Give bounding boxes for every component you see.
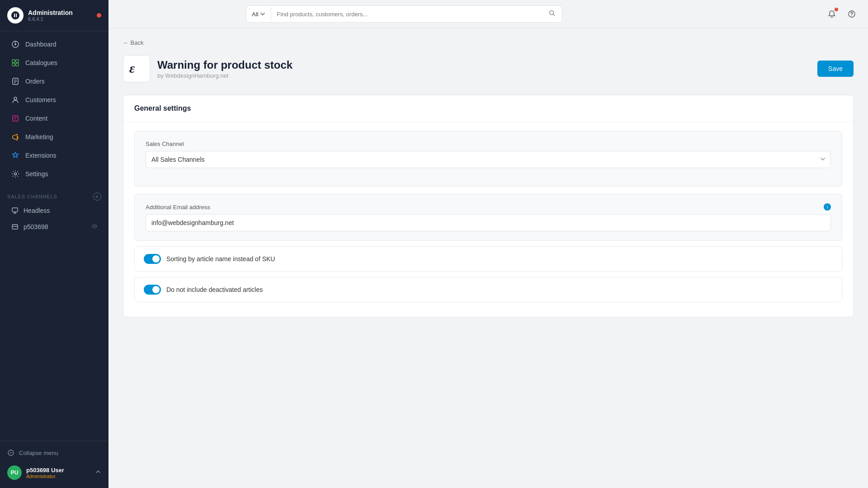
app-info: Administration 6.6.4.1: [28, 9, 92, 22]
content-area: ← Back ε Warning for product stock by We…: [108, 28, 868, 488]
search-input[interactable]: [271, 7, 542, 21]
sidebar-item-label: Customers: [25, 96, 56, 103]
page-title-block: Warning for product stock by WebdesignHa…: [157, 59, 810, 79]
sales-channel-field: Sales Channel All Sales Channels: [146, 141, 831, 168]
sidebar-item-dashboard[interactable]: Dashboard: [4, 35, 105, 53]
app-name: Administration: [28, 9, 92, 16]
svg-point-1: [14, 43, 16, 45]
sales-channel-label: Sales Channel: [146, 141, 831, 147]
search-button[interactable]: [542, 6, 562, 22]
sidebar-item-p503698[interactable]: p503698: [4, 219, 105, 235]
sidebar-item-content[interactable]: Content: [4, 109, 105, 127]
sidebar-item-customers[interactable]: Customers: [4, 91, 105, 109]
svg-rect-5: [12, 63, 15, 66]
user-role: Administrator: [26, 474, 64, 479]
main-nav: Dashboard Catalogues Orders Customers Co…: [0, 31, 108, 187]
sidebar-item-label: Content: [25, 115, 47, 122]
svg-line-26: [553, 14, 555, 16]
save-button[interactable]: Save: [817, 61, 854, 77]
app-logo: [7, 7, 24, 23]
svg-rect-4: [16, 60, 19, 62]
user-info: p503698 User Administrator: [26, 467, 64, 479]
sidebar-item-label: Catalogues: [25, 59, 57, 66]
sales-channel-section: Sales Channel All Sales Channels: [134, 131, 842, 187]
svg-rect-6: [16, 63, 19, 66]
sorting-toggle[interactable]: [144, 254, 161, 264]
sidebar-item-orders[interactable]: Orders: [4, 72, 105, 90]
back-link[interactable]: ← Back: [123, 39, 854, 46]
toggle-knob-2: [152, 286, 160, 293]
sales-channel-select[interactable]: All Sales Channels: [146, 151, 831, 168]
plugin-icon-inner: ε: [127, 57, 146, 80]
catalogues-icon: [11, 58, 20, 67]
extensions-icon: [11, 151, 20, 160]
general-settings-body: Sales Channel All Sales Channels: [123, 122, 853, 317]
email-label: Additional Email address i: [146, 203, 831, 211]
page-header: ε Warning for product stock by Webdesign…: [123, 55, 854, 82]
sidebar-item-settings[interactable]: Settings: [4, 165, 105, 183]
sales-channels-section: Sales Channels +: [0, 187, 108, 202]
svg-rect-16: [12, 208, 18, 212]
sidebar-item-label: Orders: [25, 78, 45, 85]
sales-channel-select-wrapper: All Sales Channels: [146, 151, 831, 168]
search-filter-dropdown[interactable]: All: [246, 7, 271, 21]
user-avatar: PU: [7, 465, 22, 480]
plugin-icon: ε: [123, 55, 150, 82]
help-button[interactable]: [844, 7, 859, 21]
svg-point-28: [851, 15, 852, 16]
headless-icon: [11, 206, 19, 215]
add-sales-channel-button[interactable]: +: [93, 192, 101, 201]
sidebar-header: Administration 6.6.4.1: [0, 0, 108, 31]
email-section: Additional Email address i: [134, 194, 842, 241]
user-bar[interactable]: PU p503698 User Administrator: [0, 461, 108, 484]
notifications-button[interactable]: [825, 7, 839, 21]
sidebar-footer: Collapse menu PU p503698 User Administra…: [0, 441, 108, 488]
sidebar-item-catalogues[interactable]: Catalogues: [4, 54, 105, 72]
main-area: All ← Back ε: [108, 0, 868, 488]
dashboard-icon: [11, 40, 20, 49]
sidebar-item-headless[interactable]: Headless: [4, 203, 105, 218]
status-dot: [97, 13, 101, 18]
marketing-icon: [11, 132, 20, 141]
topbar: All: [108, 0, 868, 28]
toggle-row-sorting: Sorting by article name instead of SKU: [134, 246, 842, 272]
svg-point-15: [14, 173, 17, 175]
p503698-icon: [11, 223, 19, 231]
page-title: Warning for product stock: [157, 59, 810, 71]
email-info-icon[interactable]: i: [824, 203, 831, 211]
sidebar-item-label: Extensions: [25, 152, 56, 159]
collapse-menu-label: Collapse menu: [19, 450, 58, 456]
toggle-row-deactivated: Do not include deactivated articles: [134, 277, 842, 302]
orders-icon: [11, 77, 20, 86]
page-subtitle: by WebdesignHamburg.net: [157, 72, 810, 79]
sidebar-item-marketing[interactable]: Marketing: [4, 128, 105, 146]
notification-badge: [835, 8, 838, 11]
email-input[interactable]: [146, 214, 831, 231]
general-settings-title: General settings: [123, 95, 853, 122]
sorting-toggle-label: Sorting by article name instead of SKU: [166, 255, 275, 263]
sidebar: Administration 6.6.4.1 Dashboard Catalog…: [0, 0, 108, 488]
collapse-menu-button[interactable]: Collapse menu: [0, 445, 108, 461]
svg-point-22: [94, 225, 95, 227]
svg-point-11: [14, 97, 17, 100]
sidebar-item-label: Dashboard: [25, 41, 57, 48]
p503698-label: p503698: [24, 223, 48, 230]
sidebar-item-label: Settings: [25, 170, 48, 178]
general-settings-card: General settings Sales Channel All Sales…: [123, 95, 854, 317]
settings-icon: [11, 169, 20, 178]
svg-text:ε: ε: [129, 61, 135, 75]
search-container: All: [246, 5, 562, 23]
deactivated-toggle-label: Do not include deactivated articles: [166, 286, 263, 293]
sidebar-item-extensions[interactable]: Extensions: [4, 146, 105, 164]
content-icon: [11, 114, 20, 123]
user-name: p503698 User: [26, 467, 64, 474]
toggle-knob: [152, 255, 160, 263]
chevron-up-icon: [95, 469, 101, 477]
deactivated-toggle[interactable]: [144, 285, 161, 295]
sidebar-item-label: Marketing: [25, 133, 53, 141]
topbar-right: [825, 7, 859, 21]
app-version: 6.6.4.1: [28, 16, 92, 22]
eye-icon[interactable]: [91, 223, 98, 231]
search-filter-label: All: [252, 11, 258, 18]
svg-rect-3: [12, 60, 15, 62]
